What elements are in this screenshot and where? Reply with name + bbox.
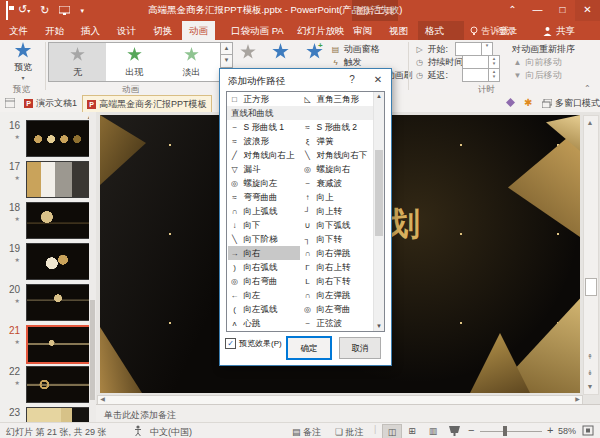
path-item-left[interactable]: ← 向左 (228, 288, 300, 302)
start-slideshow-icon[interactable] (59, 6, 70, 15)
ok-button[interactable]: 确定 (287, 337, 331, 359)
previous-slide-icon[interactable]: ↟ (584, 350, 596, 363)
doc-tab-presentation1[interactable]: P 演示文稿1 (20, 95, 81, 111)
animation-star-icon[interactable] (272, 43, 289, 60)
path-item-left[interactable]: → 向右 (228, 246, 300, 260)
tab-insert[interactable]: 插入 (74, 21, 107, 40)
close-button[interactable]: ✕ (575, 0, 600, 21)
multi-window-mode-button[interactable]: 多窗口模式 (538, 95, 600, 111)
vertical-scroll-thumb[interactable] (585, 278, 597, 296)
path-item-right[interactable]: ~ 正弦波 (301, 316, 373, 330)
sign-in-button[interactable]: 登录 (498, 21, 517, 40)
comments-toggle-button[interactable]: ❏ 批注 (335, 426, 364, 438)
scroll-up-icon[interactable]: ▲ (374, 92, 384, 101)
path-item-left[interactable]: ( 向左弧线 (228, 302, 300, 316)
scroll-up-icon[interactable]: ▲ (584, 116, 596, 129)
language-indicator[interactable]: 中文(中国) (150, 426, 192, 438)
tab-slideshow[interactable]: 幻灯片放映 (290, 21, 352, 40)
path-item-right[interactable]: ξ 弹簧 (301, 134, 373, 148)
dialog-list-scrollbar[interactable]: ▲ ▼ (373, 92, 384, 331)
fit-to-window-icon[interactable] (582, 425, 594, 436)
zoom-slider-thumb[interactable] (503, 426, 507, 436)
path-item-left[interactable]: ≈ 弯弯曲曲 (228, 190, 300, 204)
delay-spinner[interactable]: ▴▾ (462, 68, 500, 82)
path-item-left[interactable]: ↓ 向下 (228, 218, 300, 232)
close-icon[interactable]: ✕ (365, 69, 391, 90)
path-item-right[interactable]: ┐ 向下转 (301, 232, 373, 246)
path-item-right[interactable]: ◎ 螺旋向右 (301, 162, 373, 176)
path-item-right-triangle[interactable]: ◺ 直角三角形 (301, 92, 373, 106)
gallery-item-none[interactable]: 无 (49, 43, 106, 81)
gallery-up-icon[interactable]: ▲ (220, 42, 233, 55)
path-item-left[interactable]: ╱ 对角线向右上 (228, 148, 300, 162)
slide-thumbnail-17[interactable]: 17★ (0, 161, 96, 201)
path-item-right[interactable]: ∩ 向左弹跳 (301, 288, 373, 302)
notes-pane[interactable]: 单击此处添加备注 (96, 404, 600, 423)
save-icon[interactable] (6, 2, 8, 20)
normal-view-icon[interactable]: ◫ (382, 424, 402, 438)
tab-format[interactable]: 格式 (418, 21, 464, 40)
zoom-out-icon[interactable]: − (468, 424, 474, 436)
duration-spinner[interactable]: ▴▾ (462, 55, 500, 69)
thumbnails-scrollbar[interactable] (89, 112, 96, 422)
path-item-right[interactable]: ╲ 对角线向右下 (301, 148, 373, 162)
share-button[interactable]: 共享 (543, 21, 575, 40)
path-item-left[interactable]: ʌ 心跳 (228, 316, 300, 330)
path-item-left[interactable]: ∩ 向上弧线 (228, 204, 300, 218)
path-item-left[interactable]: ▽ 漏斗 (228, 162, 300, 176)
path-item-right[interactable]: ∪ 向下弧线 (301, 218, 373, 232)
maximize-button[interactable]: □ (550, 0, 575, 21)
path-item-left[interactable]: ◎ 螺旋向左 (228, 176, 300, 190)
gallery-item-appear[interactable]: 出现 (106, 43, 163, 81)
tab-transitions[interactable]: 切换 (146, 21, 179, 40)
slide-thumbnail-20[interactable]: 20★ (0, 284, 96, 324)
path-item-left[interactable]: ≈ 波浪形 (228, 134, 300, 148)
slide-thumbnail-21-selected[interactable]: 21★ (0, 325, 96, 365)
path-item-right[interactable]: ~ 衰减波 (301, 176, 373, 190)
scroll-thumb[interactable] (375, 150, 383, 236)
next-slide-icon[interactable]: ↡ (584, 366, 596, 379)
slide-thumbnail-23[interactable]: 23 (0, 407, 96, 422)
slide-thumbnail-19[interactable]: 19★ (0, 243, 96, 283)
scroll-down-icon[interactable]: ▼ (584, 380, 596, 393)
path-item-left[interactable]: ) 向右弧线 (228, 260, 300, 274)
reading-view-icon[interactable]: ▥ (424, 424, 442, 438)
move-later-button[interactable]: ▼ 向后移动 (512, 69, 562, 82)
help-icon[interactable]: ? (339, 69, 365, 90)
path-item-square[interactable]: □ 正方形 (228, 92, 300, 106)
slide-thumbnail-18[interactable]: 18★ (0, 202, 96, 242)
tab-list-icon[interactable] (5, 98, 15, 108)
preview-button[interactable]: 预览 ▾ (4, 42, 42, 81)
tab-view[interactable]: 视图 (382, 21, 415, 40)
path-item-right[interactable]: L 向右下转 (301, 274, 373, 288)
preview-effect-checkbox[interactable]: ✓ 预览效果(P) (225, 338, 282, 349)
vertical-scrollbar[interactable]: ▲ ↟ ↡ ▼ (583, 115, 599, 395)
tab-animations[interactable]: 动画 (182, 21, 215, 40)
notes-toggle-button[interactable]: ▤ 备注 (292, 426, 321, 438)
slide-thumbnail-16[interactable]: 16★ (0, 120, 96, 160)
gallery-down-icon[interactable]: ▼ (220, 55, 233, 67)
slide-sorter-view-icon[interactable]: ⊞ (403, 424, 421, 438)
start-dropdown[interactable]: ▾ (455, 42, 493, 56)
doc-tab-current-file[interactable]: P 高端黑金商务汇报PPT模板 (82, 95, 212, 113)
tab-review[interactable]: 审阅 (346, 21, 379, 40)
scroll-left-icon[interactable]: ◀ (98, 396, 107, 403)
slide-thumbnail-22[interactable]: 22★ (0, 366, 96, 406)
path-item-right[interactable]: ≈ S 形曲线 2 (301, 120, 373, 134)
slideshow-view-icon[interactable] (445, 424, 463, 438)
ribbon-options-icon[interactable]: ⌃ (500, 0, 525, 21)
tab-design[interactable]: 设计 (110, 21, 143, 40)
scroll-right-icon[interactable]: ▶ (573, 396, 582, 403)
undo-icon[interactable]: ↺▾ (18, 1, 30, 20)
tab-file[interactable]: 文件 (2, 21, 35, 40)
collapse-ribbon-icon[interactable]: ⌃ (584, 84, 591, 93)
effect-options-star-icon[interactable] (240, 44, 256, 60)
zoom-slider[interactable] (480, 431, 542, 432)
tab-pocket-animation[interactable]: 口袋动画 PA (224, 21, 291, 40)
customize-qat-icon[interactable]: ▾ (80, 2, 84, 19)
scroll-down-icon[interactable]: ▼ (374, 322, 384, 331)
path-item-right[interactable]: Γ 向右上转 (301, 260, 373, 274)
path-item-right[interactable]: ∩ 向右弹跳 (301, 246, 373, 260)
accessibility-icon[interactable] (134, 425, 142, 436)
animation-pane-button[interactable]: ▤ 动画窗格 (330, 43, 380, 56)
